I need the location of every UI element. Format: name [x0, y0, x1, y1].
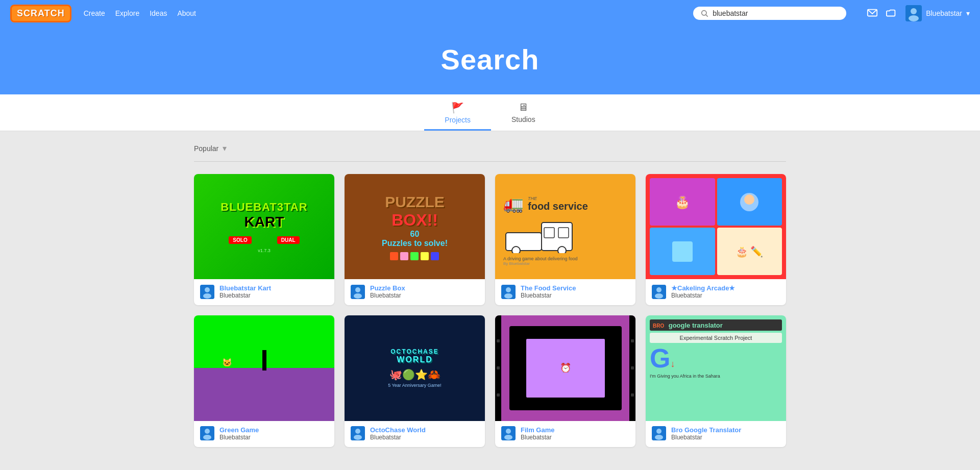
- tab-projects-label: Projects: [445, 116, 471, 124]
- tabs-container: 🚩 Projects 🖥 Studios: [0, 94, 980, 131]
- project-thumb-film: ⏰: [495, 315, 635, 420]
- user-dropdown-arrow[interactable]: ▾: [966, 9, 970, 17]
- project-author-film: Bluebatstar: [521, 434, 629, 441]
- search-input[interactable]: [713, 9, 839, 17]
- project-card-octochase[interactable]: OCTOCHASE WORLD 🐙🟢⭐🦀 5 Year Anniversary …: [345, 315, 485, 447]
- project-title-google: Bro Google Translator: [671, 426, 780, 434]
- svg-point-38: [655, 435, 663, 440]
- project-title-octochase: OctoChase World: [370, 426, 479, 434]
- tab-studios-label: Studios: [511, 115, 535, 123]
- svg-point-20: [504, 293, 512, 299]
- svg-line-1: [706, 15, 708, 17]
- content-area: Popular ▾ BLUEBAT3TAR KART SOLO DUAL v1.…: [184, 131, 796, 459]
- svg-point-11: [354, 293, 362, 299]
- nav-links: Create Explore Ideas About: [84, 9, 196, 18]
- project-author-octochase: Bluebatstar: [370, 434, 479, 441]
- svg-point-19: [506, 287, 511, 292]
- project-title-food: The Food Service: [521, 284, 629, 292]
- svg-point-5: [909, 15, 919, 21]
- projects-grid-row1: BLUEBAT3TAR KART SOLO DUAL v1.7.3 Blueba…: [194, 174, 786, 305]
- sort-row: Popular ▾: [194, 143, 786, 162]
- hero-section: Search: [0, 27, 980, 94]
- project-avatar-cakeling: [652, 285, 666, 299]
- project-avatar-google: [652, 426, 666, 440]
- project-thumb-cakeling: 🎂 🎂✏️: [646, 174, 786, 279]
- project-thumb-puzzle: PUZZLEBOX!! 60Puzzles to solve!: [345, 174, 485, 279]
- nav-about[interactable]: About: [177, 9, 196, 17]
- project-info-food: The Food Service Bluebatstar: [495, 279, 635, 305]
- svg-point-31: [355, 429, 360, 434]
- svg-rect-16: [544, 228, 554, 238]
- user-avatar: [905, 5, 922, 21]
- user-name: Bluebatstar: [926, 9, 962, 17]
- nav-create[interactable]: Create: [84, 9, 105, 17]
- svg-point-29: [203, 435, 211, 440]
- project-card-puzzle-box[interactable]: PUZZLEBOX!! 60Puzzles to solve!: [345, 174, 485, 305]
- project-author-green: Bluebatstar: [219, 434, 328, 441]
- project-author-cakeling: Bluebatstar: [671, 292, 780, 299]
- search-bar[interactable]: [693, 7, 846, 20]
- project-title-film: Film Game: [521, 426, 629, 434]
- project-card-bluebatstar-kart[interactable]: BLUEBAT3TAR KART SOLO DUAL v1.7.3 Blueba…: [194, 174, 334, 305]
- project-author-food: Bluebatstar: [521, 292, 629, 299]
- project-card-film[interactable]: ⏰ Film Game: [495, 315, 635, 447]
- project-avatar-film: [501, 426, 516, 440]
- sort-arrow-icon[interactable]: ▾: [223, 143, 227, 153]
- scratch-logo[interactable]: SCRATCH: [10, 5, 71, 22]
- project-thumb-food: 🚛 THE food service: [495, 174, 635, 279]
- tab-studios[interactable]: 🖥 Studios: [491, 94, 556, 131]
- svg-point-22: [744, 194, 754, 205]
- svg-point-10: [355, 287, 360, 292]
- nav-ideas[interactable]: Ideas: [150, 9, 167, 17]
- thumb-kart-text: BLUEBAT3TAR KART SOLO DUAL v1.7.3: [220, 201, 307, 253]
- svg-point-35: [504, 435, 512, 440]
- project-avatar-food: [501, 285, 516, 299]
- svg-point-32: [354, 435, 362, 440]
- project-avatar-green: [200, 426, 214, 440]
- project-thumb-octochase: OCTOCHASE WORLD 🐙🟢⭐🦀 5 Year Anniversary …: [345, 315, 485, 420]
- project-card-food-service[interactable]: 🚛 THE food service: [495, 174, 635, 305]
- svg-point-14: [512, 246, 520, 253]
- project-thumb-kart: BLUEBAT3TAR KART SOLO DUAL v1.7.3: [194, 174, 334, 279]
- project-title-cakeling: ★Cakeling Arcade★: [671, 284, 780, 292]
- svg-point-7: [205, 287, 210, 292]
- project-author-google: Bluebatstar: [671, 434, 780, 441]
- project-thumb-google: BRO google translator Experimental Scrat…: [646, 315, 786, 420]
- svg-point-0: [702, 11, 706, 15]
- project-avatar-puzzle: [351, 285, 365, 299]
- project-avatar-octochase: [351, 426, 365, 440]
- projects-grid-row2: 🐱 Green Game Bluebatstar OCTOCHASE WORLD…: [194, 315, 786, 447]
- svg-point-28: [205, 429, 210, 434]
- project-title-green: Green Game: [219, 426, 328, 434]
- user-menu[interactable]: Bluebatstar ▾: [905, 5, 970, 21]
- sort-dropdown[interactable]: Popular ▾: [194, 143, 227, 153]
- nav-explore[interactable]: Explore: [115, 9, 139, 17]
- svg-point-37: [656, 429, 662, 434]
- project-info-google: Bro Google Translator Bluebatstar: [646, 421, 786, 447]
- studios-icon: 🖥: [518, 102, 528, 113]
- project-info-film: Film Game Bluebatstar: [495, 421, 635, 447]
- project-info-octochase: OctoChase World Bluebatstar: [345, 421, 485, 447]
- svg-point-26: [655, 293, 663, 299]
- svg-point-25: [656, 287, 662, 292]
- project-card-green[interactable]: 🐱 Green Game Bluebatstar: [194, 315, 334, 447]
- tab-projects[interactable]: 🚩 Projects: [424, 94, 491, 131]
- svg-point-4: [911, 8, 917, 14]
- project-thumb-green: 🐱: [194, 315, 334, 420]
- svg-point-8: [203, 293, 211, 299]
- projects-flag-icon: 🚩: [451, 102, 464, 114]
- search-icon: [700, 9, 708, 17]
- project-card-google[interactable]: BRO google translator Experimental Scrat…: [646, 315, 786, 447]
- project-avatar-kart: [200, 285, 214, 299]
- project-info-puzzle: Puzzle Box Bluebatstar: [345, 279, 485, 305]
- folder-icon[interactable]: [886, 8, 897, 19]
- project-title-kart: Bluebatstar Kart: [219, 284, 328, 292]
- project-info-green: Green Game Bluebatstar: [194, 421, 334, 447]
- project-card-cakeling[interactable]: 🎂 🎂✏️ ★Cakeling Arcade★ Bluebatstar: [646, 174, 786, 305]
- svg-point-34: [506, 429, 511, 434]
- navbar: SCRATCH Create Explore Ideas About: [0, 0, 980, 27]
- svg-rect-23: [672, 241, 693, 262]
- messages-icon[interactable]: [867, 8, 878, 19]
- sort-label: Popular: [194, 144, 218, 153]
- page-title: Search: [0, 43, 980, 76]
